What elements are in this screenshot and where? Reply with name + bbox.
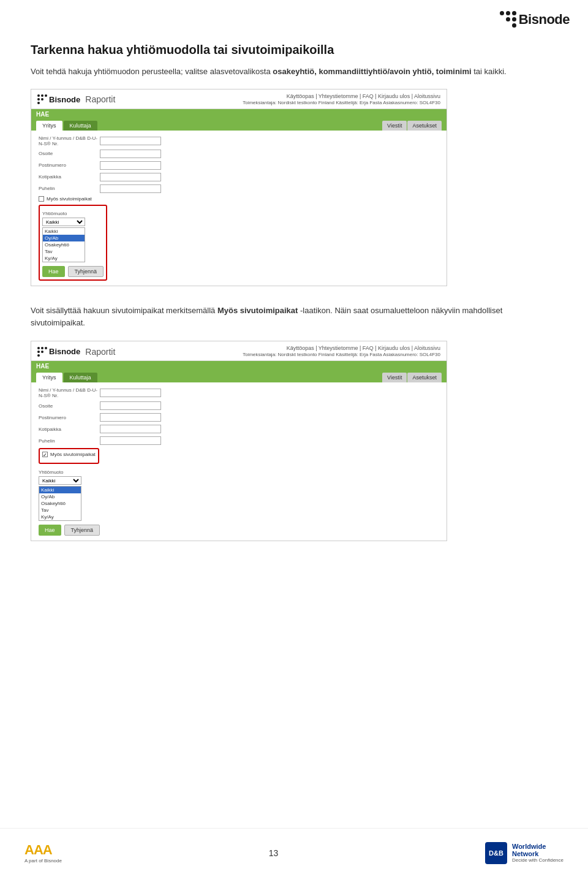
listbox-item-kyay-2[interactable]: Ky/Ay [39, 514, 81, 520]
tab-asetukset-2[interactable]: Asetukset [407, 373, 442, 382]
hae-bar-1: HAE [31, 109, 447, 120]
second-text-start: Voit sisällyttää hakuun sivutoimipaikat … [31, 306, 217, 315]
tabs-right-1: Viestit Asetukset [382, 121, 442, 131]
tab-kuluttaja-2[interactable]: Kuluttaja [64, 373, 97, 382]
listbox-item-oyab-2[interactable]: Oy/Ab [39, 493, 81, 500]
checkbox-sivutoimipaikat-2[interactable]: ✓ [42, 452, 48, 457]
btn-hae-1[interactable]: Hae [42, 266, 65, 277]
nav-link-kirjaudu-2: Kirjaudu ulos [378, 345, 410, 351]
tab-yritys-1[interactable]: Yritys [36, 121, 62, 131]
tab-yritys-2[interactable]: Yritys [36, 373, 62, 382]
dnb-worldwide: Worldwide [512, 843, 564, 850]
dropdown-section-2: Yhtiömuoto Kaikki Kaikki Oy/Ab Osakeyhti… [39, 469, 439, 521]
checkbox-row-2: ✓ Myös sivutoimipaikat [42, 452, 96, 457]
hae-bar-2: HAE [31, 361, 447, 371]
listbox-1[interactable]: Kaikki Oy/Ab Osakeyhtiö Tav Ky/Ay [42, 227, 85, 262]
input-postinumero-1[interactable] [100, 161, 161, 170]
checkbox-row-1: Myös sivutoimipaikat [39, 196, 439, 202]
app-logo-dots-1 [37, 94, 47, 104]
label-nimi-2: Nimi / Y-tunnus / D&B D-U-N-S® Nr. [39, 387, 100, 398]
label-osoite-1: Osoite [39, 151, 100, 156]
page-footer: AAA A part of Bisnode 13 D&B Worldwide N… [0, 828, 588, 877]
label-postinumero-2: Postinumero [39, 415, 100, 420]
yhtiömuoto-select-1[interactable]: Kaikki [42, 218, 85, 226]
nav-link-kayttoopas-1: Käyttöopas [287, 93, 314, 99]
dnb-tagline: Decide with Confidence [512, 857, 564, 863]
listbox-item-kaikki-1[interactable]: Kaikki [43, 228, 85, 235]
form-row-puhelin-1: Puhelin [39, 184, 439, 193]
tab-asetukset-1[interactable]: Asetukset [407, 121, 442, 131]
app-logo-dots-2 [37, 347, 47, 357]
app-header-left-2: Bisnode Raportit [37, 347, 115, 357]
checkbox-label-2: Myös sivutoimipaikat [50, 452, 96, 457]
input-osoite-2[interactable] [100, 401, 161, 410]
app-logo-small-1: Bisnode [37, 94, 80, 104]
intro-paragraph: Voit tehdä hakuja yhtiömuodon perusteell… [31, 66, 557, 78]
nav-link-kayttoopas-2: Käyttöopas [287, 345, 314, 351]
btn-tyhjenna-1[interactable]: Tyhjennä [68, 266, 104, 277]
label-nimi-1: Nimi / Y-tunnus / D&B D-U-N-S® Nr. [39, 135, 100, 146]
nav-link-faq-1: FAQ [363, 93, 374, 99]
listbox-item-osakeyhtio-2[interactable]: Osakeyhtiö [39, 500, 81, 507]
red-outline-highlight-1: Yhtiömuoto Kaikki Kaikki Oy/Ab Osakeyhti… [39, 205, 107, 281]
main-content: Tarkenna hakua yhtiömuodolla tai sivutoi… [0, 0, 588, 633]
input-kotipaikka-1[interactable] [100, 173, 161, 181]
label-osoite-2: Osoite [39, 403, 100, 409]
app-logo-small-2: Bisnode [37, 347, 80, 357]
app-header-left-1: Bisnode Raportit [37, 94, 115, 104]
app-logo-text-2: Bisnode [49, 347, 80, 356]
label-kotipaikka-2: Kotipaikka [39, 427, 100, 432]
tab-viestit-1[interactable]: Viestit [382, 121, 407, 131]
listbox-item-kyay-1[interactable]: Ky/Ay [43, 255, 85, 262]
listbox-item-kaikki-2[interactable]: Kaikki [39, 487, 81, 493]
dnb-text: Worldwide Network Decide with Confidence [512, 843, 564, 863]
dnb-badge: D&B [485, 842, 507, 864]
input-puhelin-1[interactable] [100, 184, 161, 193]
label-postinumero-1: Postinumero [39, 162, 100, 168]
listbox-item-tav-1[interactable]: Tav [43, 248, 85, 255]
bisnode-logo-text: Bisnode [519, 12, 570, 28]
form-row-osoite-2: Osoite [39, 401, 439, 410]
btn-tyhjenna-2[interactable]: Tyhjennä [64, 525, 100, 536]
bisnode-dots [500, 11, 516, 28]
listbox-item-osakeyhtio-1[interactable]: Osakeyhtiö [43, 241, 85, 248]
app-logo-text-1: Bisnode [49, 95, 80, 104]
listbox-2[interactable]: Kaikki Oy/Ab Osakeyhtiö Tav Ky/Ay [39, 486, 81, 521]
input-nimi-1[interactable] [100, 137, 161, 145]
bisnode-top-logo: Bisnode [500, 11, 570, 28]
checkbox-sivutoimipaikat-1[interactable] [39, 196, 44, 202]
tab-kuluttaja-1[interactable]: Kuluttaja [64, 121, 97, 131]
dnb-network: Network [512, 850, 564, 857]
dropdown-label-2: Yhtiömuoto [39, 469, 439, 475]
app-title-2: Raportit [85, 347, 115, 357]
input-postinumero-2[interactable] [100, 413, 161, 422]
nav-link-aloitussivu-2: Aloitussivu [414, 345, 440, 351]
app-header-2: Bisnode Raportit Käyttöopas | Yhteystiet… [31, 341, 447, 361]
footer-right: D&B Worldwide Network Decide with Confid… [485, 842, 564, 864]
second-paragraph: Voit sisällyttää hakuun sivutoimipaikat … [31, 305, 557, 330]
intro-text-start: Voit tehdä hakuja yhtiömuodon perusteell… [31, 67, 273, 76]
nav-link-aloitussivu-1: Aloitussivu [414, 93, 440, 99]
input-kotipaikka-2[interactable] [100, 425, 161, 433]
tab-viestit-2[interactable]: Viestit [382, 373, 407, 382]
btn-hae-2[interactable]: Hae [39, 525, 61, 536]
intro-text-end: tai kaikki. [472, 67, 507, 76]
label-puhelin-1: Puhelin [39, 186, 100, 191]
aaa-logo: AAA [24, 842, 52, 858]
form-row-postinumero-2: Postinumero [39, 413, 439, 422]
checkbox-label-1: Myös sivutoimipaikat [47, 196, 92, 202]
input-puhelin-2[interactable] [100, 436, 161, 445]
listbox-item-oyab-1[interactable]: Oy/Ab [43, 235, 85, 241]
form-row-nimi-2: Nimi / Y-tunnus / D&B D-U-N-S® Nr. [39, 387, 439, 398]
input-osoite-1[interactable] [100, 150, 161, 158]
hae-label-1: HAE [36, 111, 49, 118]
input-nimi-2[interactable] [100, 389, 161, 397]
dropdown-section-1: Yhtiömuoto Kaikki Kaikki Oy/Ab Osakeyhti… [42, 211, 104, 262]
buttons-row-1: Hae Tyhjennä [42, 266, 104, 277]
footer-page-number: 13 [269, 848, 279, 858]
listbox-item-tav-2[interactable]: Tav [39, 507, 81, 514]
tabs-row-1: Yritys Kuluttaja Viestit Asetukset [31, 120, 447, 131]
yhtiömuoto-select-2[interactable]: Kaikki [39, 476, 81, 485]
screenshot-1: Bisnode Raportit Käyttöopas | Yhteystiet… [31, 89, 447, 286]
second-text-bold: Myös sivutoimipaikat [217, 306, 298, 315]
